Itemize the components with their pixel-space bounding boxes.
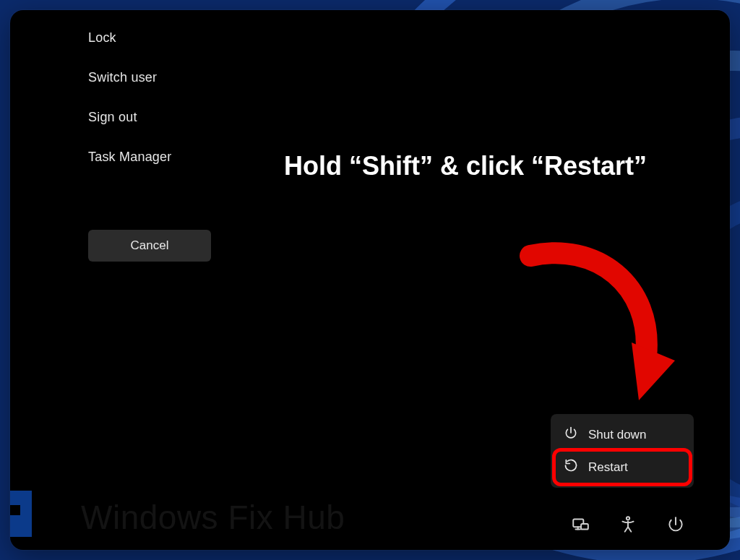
- power-icon: [564, 426, 578, 444]
- instruction-overlay: Hold “Shift” & click “Restart”: [263, 149, 668, 184]
- watermark-text: Windows Fix Hub: [81, 498, 345, 537]
- restart-icon: [564, 458, 578, 476]
- menu-item-lock[interactable]: Lock: [88, 30, 211, 46]
- menu-item-task-manager[interactable]: Task Manager: [88, 150, 211, 165]
- power-menu-shutdown[interactable]: Shut down: [555, 418, 689, 451]
- menu-item-switch-user[interactable]: Switch user: [88, 70, 211, 85]
- power-menu-restart-label: Restart: [588, 460, 628, 475]
- accessibility-icon[interactable]: [617, 514, 639, 535]
- svg-marker-0: [632, 343, 675, 400]
- corner-tray: [569, 514, 687, 535]
- power-button-icon[interactable]: [665, 514, 687, 535]
- svg-rect-2: [581, 524, 588, 530]
- ctrl-alt-del-screen: Lock Switch user Sign out Task Manager C…: [10, 10, 730, 550]
- menu-item-sign-out[interactable]: Sign out: [88, 110, 211, 125]
- svg-point-5: [627, 517, 629, 520]
- annotation-arrow: [487, 234, 675, 422]
- security-options-menu: Lock Switch user Sign out Task Manager C…: [88, 30, 211, 262]
- power-menu-restart[interactable]: Restart: [555, 451, 689, 483]
- cancel-button[interactable]: Cancel: [88, 230, 211, 262]
- power-menu-shutdown-label: Shut down: [588, 428, 646, 442]
- watermark-logo-notch: [10, 505, 20, 515]
- power-menu-popup: Shut down Restart: [551, 414, 694, 488]
- network-icon[interactable]: [569, 514, 591, 535]
